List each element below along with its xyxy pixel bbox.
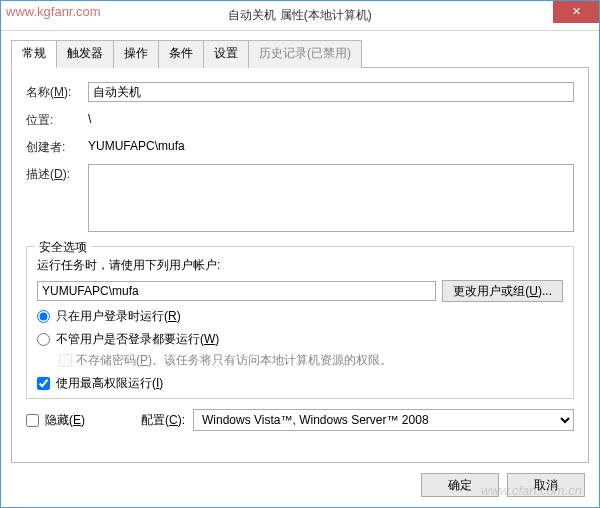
tab-strip: 常规 触发器 操作 条件 设置 历史记录(已禁用) xyxy=(11,39,589,68)
checkbox-no-store-password-input xyxy=(59,354,72,367)
creator-label: 创建者: xyxy=(26,137,88,156)
name-input[interactable] xyxy=(88,82,574,102)
creator-value: YUMUFAPC\mufa xyxy=(88,137,185,153)
tab-history[interactable]: 历史记录(已禁用) xyxy=(248,40,362,68)
tab-settings[interactable]: 设置 xyxy=(203,40,249,68)
location-label: 位置: xyxy=(26,110,88,129)
checkbox-highest-privileges[interactable]: 使用最高权限运行(I) xyxy=(37,375,563,392)
tab-triggers[interactable]: 触发器 xyxy=(56,40,114,68)
tab-actions[interactable]: 操作 xyxy=(113,40,159,68)
description-label: 描述(D): xyxy=(26,164,88,232)
description-input[interactable] xyxy=(88,164,574,232)
checkbox-no-store-password: 不存储密码(P)。该任务将只有访问本地计算机资源的权限。 xyxy=(59,352,563,369)
cancel-button[interactable]: 取消 xyxy=(507,473,585,497)
security-options-group: 安全选项 运行任务时，请使用下列用户帐户: 更改用户或组(U)... 只在用户登… xyxy=(26,246,574,399)
configure-for-label: 配置(C): xyxy=(141,412,185,429)
security-legend: 安全选项 xyxy=(35,239,91,256)
dialog-window: 自动关机 属性(本地计算机) ✕ 常规 触发器 操作 条件 设置 历史记录(已禁… xyxy=(0,0,600,508)
radio-run-always-input[interactable] xyxy=(37,333,50,346)
titlebar: 自动关机 属性(本地计算机) ✕ xyxy=(1,1,599,31)
checkbox-highest-privileges-input[interactable] xyxy=(37,377,50,390)
ok-button[interactable]: 确定 xyxy=(421,473,499,497)
location-value: \ xyxy=(88,110,91,126)
change-user-button[interactable]: 更改用户或组(U)... xyxy=(442,280,563,302)
radio-run-always[interactable]: 不管用户是否登录都要运行(W) xyxy=(37,331,563,348)
user-account-field xyxy=(37,281,436,301)
configure-for-select[interactable]: Windows Vista™, Windows Server™ 2008 xyxy=(193,409,574,431)
checkbox-hidden[interactable]: 隐藏(E) xyxy=(26,412,85,429)
run-as-label: 运行任务时，请使用下列用户帐户: xyxy=(37,257,563,274)
radio-run-logged-on-input[interactable] xyxy=(37,310,50,323)
name-label: 名称(M): xyxy=(26,82,88,101)
close-button[interactable]: ✕ xyxy=(553,1,599,23)
tab-panel-general: 名称(M): 位置: \ 创建者: YUMUFAPC\mufa 描述(D): 安… xyxy=(11,68,589,463)
checkbox-hidden-input[interactable] xyxy=(26,414,39,427)
tab-conditions[interactable]: 条件 xyxy=(158,40,204,68)
tab-general[interactable]: 常规 xyxy=(11,40,57,68)
radio-run-logged-on[interactable]: 只在用户登录时运行(R) xyxy=(37,308,563,325)
window-title: 自动关机 属性(本地计算机) xyxy=(47,7,553,24)
